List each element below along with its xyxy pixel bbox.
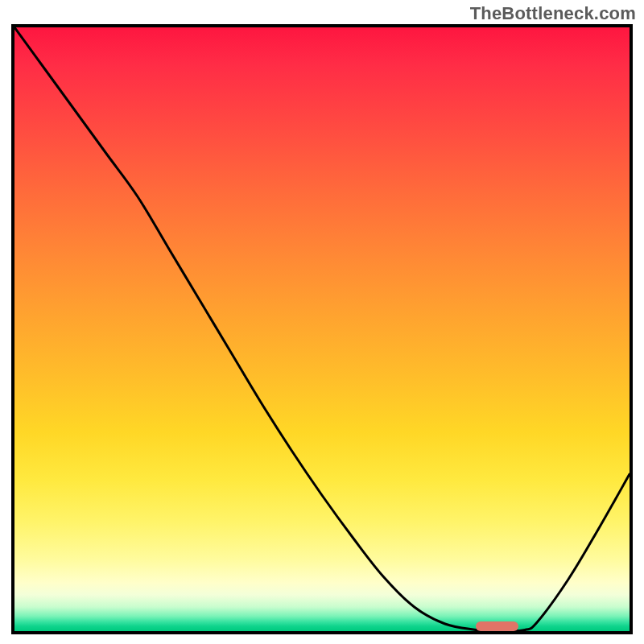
chart-line-curve bbox=[14, 27, 630, 631]
chart-plot-area bbox=[11, 24, 633, 634]
chart-minimum-marker bbox=[476, 621, 518, 631]
watermark-text: TheBottleneck.com bbox=[470, 3, 636, 24]
